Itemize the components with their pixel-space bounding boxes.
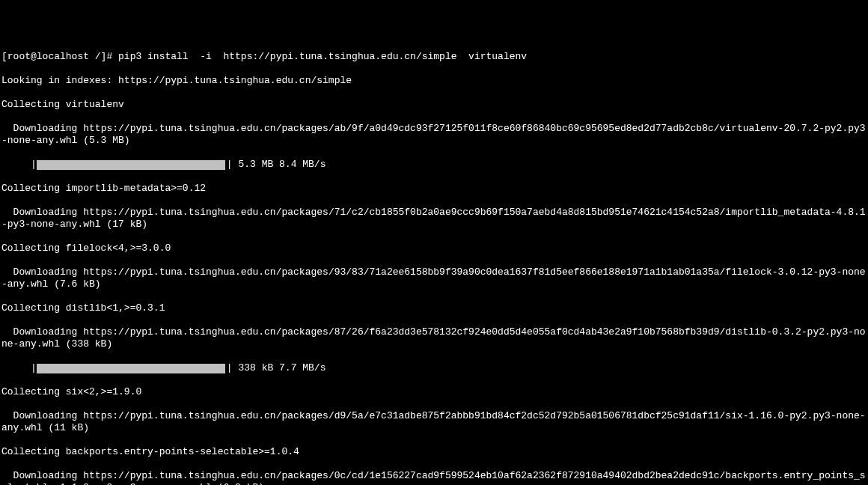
output-line: Downloading https://pypi.tuna.tsinghua.e… — [1, 266, 867, 290]
progress-indent: | — [1, 362, 37, 374]
progress-bar-row: || 338 kB 7.7 MB/s — [1, 362, 867, 374]
output-line: Downloading https://pypi.tuna.tsinghua.e… — [1, 326, 867, 350]
progress-bar-row: || 5.3 MB 8.4 MB/s — [1, 159, 867, 171]
progress-stats: | 5.3 MB 8.4 MB/s — [227, 159, 326, 171]
terminal-prompt[interactable]: [root@localhost /]# pip3 install -i http… — [1, 51, 867, 63]
output-line: Downloading https://pypi.tuna.tsinghua.e… — [1, 123, 867, 147]
progress-bar-fill — [37, 160, 225, 170]
progress-bar-fill — [37, 364, 225, 373]
output-line: Collecting filelock<4,>=3.0.0 — [1, 242, 867, 254]
output-line: Looking in indexes: https://pypi.tuna.ts… — [1, 75, 867, 87]
output-line: Downloading https://pypi.tuna.tsinghua.e… — [1, 470, 867, 485]
progress-stats: | 338 kB 7.7 MB/s — [227, 362, 326, 374]
output-line: Collecting virtualenv — [1, 99, 867, 111]
output-line: Collecting six<2,>=1.9.0 — [1, 386, 867, 398]
progress-indent: | — [1, 159, 37, 171]
output-line: Collecting backports.entry-points-select… — [1, 446, 867, 458]
output-line: Collecting distlib<1,>=0.3.1 — [1, 302, 867, 314]
output-line: Downloading https://pypi.tuna.tsinghua.e… — [1, 207, 867, 231]
output-line: Downloading https://pypi.tuna.tsinghua.e… — [1, 410, 867, 434]
output-line: Collecting importlib-metadata>=0.12 — [1, 183, 867, 195]
